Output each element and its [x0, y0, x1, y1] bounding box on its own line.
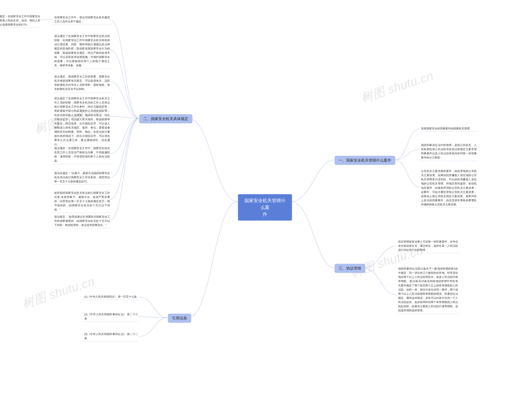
branch-4[interactable]: 引用法条 — [168, 314, 191, 323]
watermark: 树图 shutu.cn — [20, 273, 97, 312]
branch-2-leaf-3[interactable]: 该法规定了在国家安全工作中国家安全机关工作人员的职权：国家安全机关的工作人员依法… — [53, 96, 111, 148]
branch-3[interactable]: 三、协议管辖 — [334, 264, 365, 273]
root-line1: 国家安全机关管辖什么案 — [243, 197, 287, 211]
branch-2-leaf-6[interactable]: 故意阻碍国家安全机关依法执行国家安全工作任务,未使用暴力、威胁方法，造成严重后果… — [53, 190, 111, 213]
branch-2-leaf-5[interactable]: 该法还规定："以暴力、威胁方法阻碍国家安全机关依法执行国家安全工作任务的，依照刑… — [53, 170, 111, 185]
branch-1-leaf-1[interactable]: 我国刑事诉讼法中的管辖，是指公安机关、人民检察院和人民法院等依照法律规定立案受理… — [420, 142, 478, 161]
mindmap-canvas: 树图 shutu.cn 树图 shutu.cn 树图 shutu.cn 树图 s… — [0, 0, 532, 394]
branch-1-leaf-0[interactable]: 危害国家安全的刑事案件由国家机关管辖。 — [420, 126, 478, 132]
branch-2-leaf-7[interactable]: 该法规定："故意或者过失泄露有关国家安全工作的国家秘密的，由国家安全机关处十五日… — [53, 214, 111, 228]
branch-3-leaf-1[interactable]: 我国民事诉讼法第22条关于一般地域管辖的第3款中规定，同一诉讼的几个被告的住所地… — [397, 266, 459, 314]
branch-4-leaf-1[interactable]: [2]《中华人民共和国民事诉讼法》 第二十三条 — [83, 311, 139, 322]
branch-2-leaf-1[interactable]: 该法规定了在国家安全工作中国家安全机关的职权：在国家安全工作中国家安全机关有权依… — [53, 33, 111, 68]
branch-2-leaf-2[interactable]: 该法规定：因国家安全工作的需要，国家安全机关根据国家有关规定，可以提请海关、边防… — [53, 74, 111, 93]
branch-2-subleaf[interactable]: 例如该法规定：在国家安全工作中国家安全机关必须依靠人民的支持，动员、组织人民防范… — [0, 14, 42, 28]
branch-3-leaf-0[interactable]: 协议管辖是指当事人可就第一审民事案件，在争议发生前或发生后，通过协议，选择在某一… — [397, 239, 459, 253]
root-node[interactable]: 国家安全机关管辖什么案 件 — [238, 194, 292, 221]
branch-1-leaf-2[interactable]: 公安机关立案侦查的案件，由犯罪地的公安机关立案侦查。如果由犯罪嫌疑人居住地的公安… — [420, 168, 478, 208]
branch-2-leaf-4[interactable]: 该法规定：在国家安全工作中，国家安全机关及其工作人员应当严格依法办事，不得超越职… — [53, 145, 111, 164]
watermark: 树图 shutu.cn — [359, 68, 436, 106]
root-line2: 件 — [243, 211, 287, 218]
branch-1[interactable]: 一、国家安全机关管辖什么案件 — [334, 156, 395, 165]
branch-4-leaf-0[interactable]: [1]《中华人民共和国刑法》 第一百五十七条 — [83, 294, 139, 300]
branch-2-leaf-0[interactable]: 在国家安全工作中，该法对国家安全机关极其工作人员作出若干规定： — [53, 15, 111, 25]
branch-2[interactable]: 二、国家安全机关具体规定 — [139, 114, 193, 123]
branch-4-leaf-2[interactable]: [3]《中华人民共和国民事诉讼法》 第二十二条 — [83, 331, 139, 342]
